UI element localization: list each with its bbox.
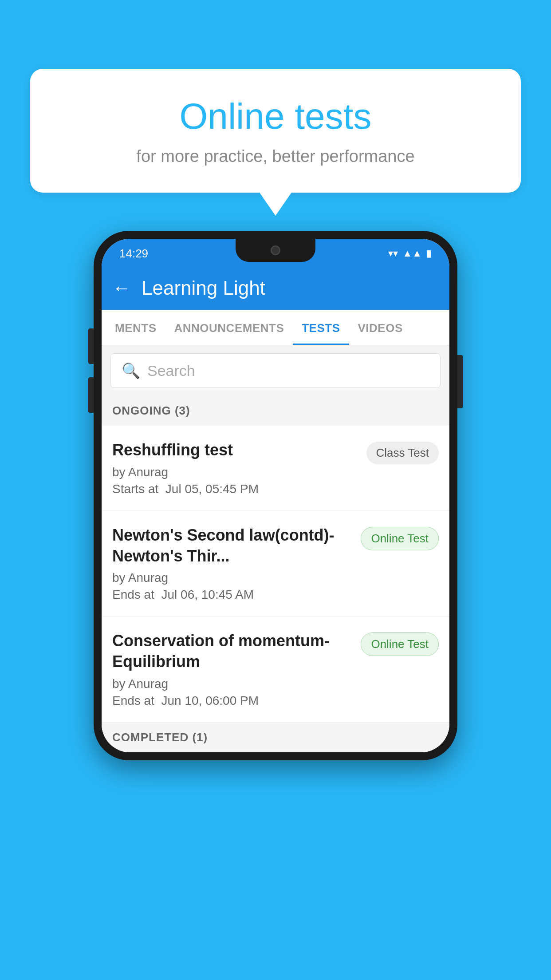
bubble-title: Online tests: [52, 95, 499, 137]
phone-button-right: [457, 355, 463, 408]
test-date-3: Ends at Jun 10, 06:00 PM: [112, 694, 354, 708]
speech-bubble: Online tests for more practice, better p…: [30, 69, 521, 193]
test-author-1: by Anurag: [112, 465, 359, 479]
test-author-3: by Anurag: [112, 677, 354, 691]
search-input[interactable]: Search: [147, 362, 195, 379]
test-date-1: Starts at Jul 05, 05:45 PM: [112, 482, 359, 496]
phone-screen: 14:29 ▾▾ ▲▲ ▮ ← Learning Light MENTS ANN…: [102, 239, 449, 752]
test-name-2: Newton's Second law(contd)-Newton's Thir…: [112, 525, 354, 567]
phone-notch: [236, 239, 315, 262]
speech-bubble-wrapper: Online tests for more practice, better p…: [30, 69, 521, 193]
tab-ments[interactable]: MENTS: [106, 310, 165, 345]
test-info-1: Reshuffling test by Anurag Starts at Jul…: [112, 440, 359, 496]
app-title: Learning Light: [142, 277, 265, 299]
battery-icon: ▮: [426, 248, 432, 259]
test-item[interactable]: Conservation of momentum-Equilibrium by …: [102, 616, 449, 723]
tabs-container: MENTS ANNOUNCEMENTS TESTS VIDEOS: [102, 310, 449, 345]
test-badge-3: Online Test: [361, 632, 439, 656]
ongoing-label: ONGOING (3): [112, 404, 190, 417]
completed-section-header: COMPLETED (1): [102, 723, 449, 752]
tests-list: Reshuffling test by Anurag Starts at Jul…: [102, 426, 449, 723]
search-container: 🔍 Search: [102, 345, 449, 396]
wifi-icon: ▾▾: [388, 248, 398, 259]
phone-frame: 14:29 ▾▾ ▲▲ ▮ ← Learning Light MENTS ANN…: [94, 231, 457, 760]
front-camera: [271, 245, 280, 255]
tab-videos[interactable]: VIDEOS: [349, 310, 412, 345]
search-bar[interactable]: 🔍 Search: [110, 353, 441, 388]
search-icon: 🔍: [122, 362, 140, 379]
test-badge-2: Online Test: [361, 527, 439, 550]
status-time: 14:29: [119, 247, 148, 261]
phone-wrapper: 14:29 ▾▾ ▲▲ ▮ ← Learning Light MENTS ANN…: [94, 231, 457, 760]
test-badge-1: Class Test: [366, 442, 439, 464]
test-item[interactable]: Reshuffling test by Anurag Starts at Jul…: [102, 426, 449, 511]
test-info-3: Conservation of momentum-Equilibrium by …: [112, 631, 354, 708]
test-info-2: Newton's Second law(contd)-Newton's Thir…: [112, 525, 354, 602]
phone-button-left2: [88, 377, 94, 413]
test-name-1: Reshuffling test: [112, 440, 359, 461]
signal-icon: ▲▲: [402, 248, 422, 259]
test-date-2: Ends at Jul 06, 10:45 AM: [112, 588, 354, 602]
status-icons: ▾▾ ▲▲ ▮: [388, 248, 432, 259]
tab-tests[interactable]: TESTS: [293, 310, 349, 345]
test-name-3: Conservation of momentum-Equilibrium: [112, 631, 354, 672]
test-item[interactable]: Newton's Second law(contd)-Newton's Thir…: [102, 511, 449, 617]
phone-button-left1: [88, 328, 94, 364]
app-header: ← Learning Light: [102, 266, 449, 310]
test-author-2: by Anurag: [112, 571, 354, 585]
back-button[interactable]: ←: [112, 279, 131, 297]
bubble-subtitle: for more practice, better performance: [52, 147, 499, 166]
tab-announcements[interactable]: ANNOUNCEMENTS: [165, 310, 293, 345]
ongoing-section-header: ONGOING (3): [102, 396, 449, 426]
completed-label: COMPLETED (1): [112, 731, 208, 744]
